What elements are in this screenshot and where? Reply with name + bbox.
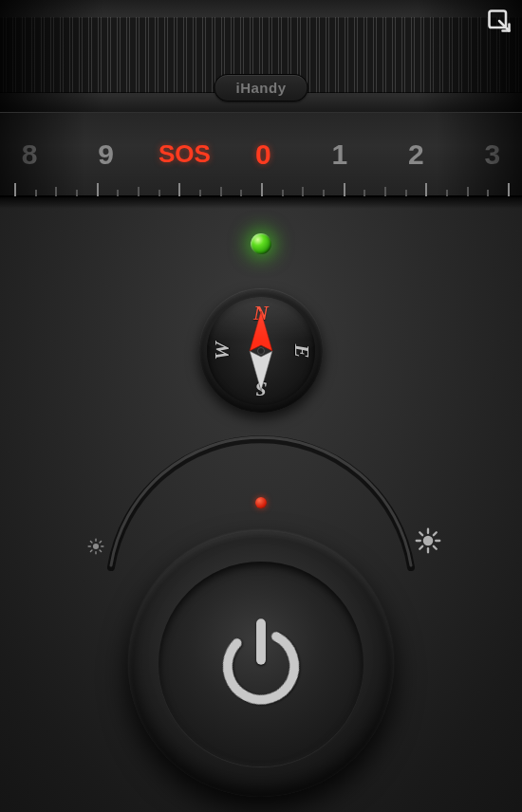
flashlight-app: iHandy 8 9 SOS 0 1 2 3 N E S W: [0, 0, 522, 812]
scale-item: 1: [316, 138, 364, 171]
scale-item: 8: [6, 138, 53, 171]
compass-face: N E S W: [207, 297, 315, 405]
scale-item-sos: SOS: [158, 139, 211, 169]
svg-point-3: [258, 348, 265, 355]
scale-item: 9: [83, 138, 130, 171]
status-led: [251, 233, 271, 254]
scale-item: 3: [469, 138, 516, 171]
compass-east: E: [290, 344, 315, 359]
scale-ticks: [0, 179, 522, 196]
power-dial-area: [90, 493, 432, 812]
svg-point-13: [423, 536, 434, 546]
compass-button[interactable]: N E S W: [199, 289, 323, 413]
svg-line-18: [419, 532, 422, 535]
svg-line-21: [434, 532, 437, 535]
mode-wheel[interactable]: iHandy: [0, 0, 522, 112]
svg-marker-1: [250, 311, 272, 351]
svg-line-10: [100, 550, 102, 552]
svg-marker-2: [250, 351, 272, 391]
brightness-high-icon: [415, 527, 441, 554]
power-button[interactable]: [128, 531, 394, 797]
power-button-face: [158, 562, 364, 766]
svg-line-9: [90, 541, 92, 543]
power-icon: [209, 610, 313, 718]
svg-line-20: [419, 546, 422, 549]
scale-item: 0: [239, 138, 287, 171]
brightness-low-icon: [86, 537, 106, 557]
expand-icon[interactable]: [486, 8, 513, 34]
brightness-indicator[interactable]: [255, 497, 267, 508]
compass-west: W: [210, 341, 234, 360]
svg-line-11: [90, 550, 92, 552]
brand-badge: iHandy: [214, 74, 308, 102]
scale-item: 2: [392, 138, 439, 171]
svg-point-4: [93, 544, 99, 549]
divider: [0, 197, 522, 209]
svg-line-12: [100, 541, 102, 543]
mode-scale[interactable]: 8 9 SOS 0 1 2 3: [0, 112, 522, 197]
svg-line-19: [434, 546, 437, 549]
